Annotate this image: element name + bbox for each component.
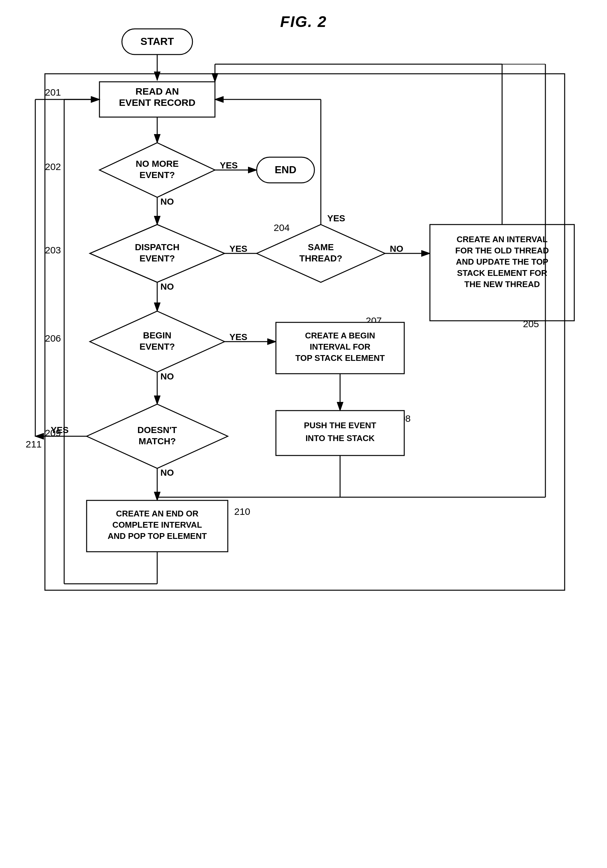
no-202: NO (160, 197, 174, 206)
label-202: 202 (45, 161, 61, 172)
yes-209: YES (51, 425, 69, 435)
dispatch-event-label2: EVENT? (140, 253, 175, 264)
doesnt-match-label2: MATCH? (138, 436, 176, 446)
page: FIG. 2 START 201 READ AN EVENT RECORD 20… (0, 0, 607, 868)
yes-202: YES (220, 160, 238, 170)
begin-interval-label1: CREATE A BEGIN (305, 331, 376, 340)
label-211: 211 (26, 439, 42, 450)
begin-interval-label3: TOP STACK ELEMENT (295, 353, 385, 363)
doesnt-match-label: DOESN'T (137, 425, 177, 435)
label-203: 203 (45, 245, 61, 255)
read-event-label: READ AN (135, 86, 179, 96)
label-206: 206 (45, 333, 61, 344)
create-interval-label1: CREATE AN INTERVAL (456, 234, 548, 244)
label-210: 210 (234, 506, 250, 517)
create-interval-label3: AND UPDATE THE TOP (456, 257, 548, 267)
svg-rect-35 (276, 411, 404, 456)
same-thread-label2: THREAD? (299, 253, 342, 264)
begin-event-label2: EVENT? (140, 342, 175, 352)
label-201: 201 (45, 87, 61, 98)
create-interval-label5: THE NEW THREAD (464, 279, 540, 289)
no-209: NO (160, 468, 174, 477)
no-more-event-label: NO MORE (136, 159, 179, 169)
no-204: NO (390, 244, 403, 254)
push-event-label2: INTO THE STACK (306, 433, 375, 443)
start-label: START (141, 36, 174, 47)
label-204: 204 (274, 222, 290, 233)
yes-206: YES (230, 332, 247, 342)
push-event-label1: PUSH THE EVENT (304, 420, 376, 430)
no-203: NO (160, 282, 174, 291)
dispatch-event-label: DISPATCH (135, 242, 180, 252)
no-more-event-label2: EVENT? (140, 170, 175, 180)
read-event-label2: EVENT RECORD (119, 97, 196, 108)
begin-interval-label2: INTERVAL FOR (310, 342, 370, 352)
create-interval-label4: STACK ELEMENT FOR (457, 268, 547, 278)
end-interval-label1: CREATE AN END OR (116, 509, 198, 518)
flowchart: START 201 READ AN EVENT RECORD 202 NO MO… (0, 0, 607, 868)
yes-204: YES (327, 213, 345, 223)
create-interval-label2: FOR THE OLD THREAD (455, 246, 549, 255)
no-206: NO (160, 372, 174, 381)
begin-event-label: BEGIN (143, 330, 172, 340)
yes-203: YES (230, 244, 247, 254)
end-interval-label3: AND POP TOP ELEMENT (107, 531, 206, 541)
end-label: END (275, 164, 297, 175)
end-interval-label2: COMPLETE INTERVAL (112, 520, 202, 530)
same-thread-label: SAME (308, 242, 334, 252)
